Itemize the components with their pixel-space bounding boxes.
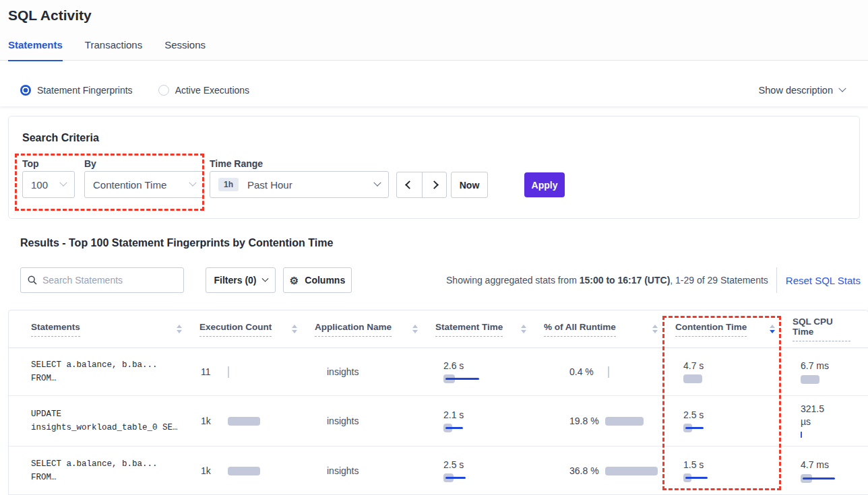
- time-range-badge: 1h: [218, 178, 239, 191]
- table-row[interactable]: SELECT a.balance, b.ba...FROM… 1k insigh…: [9, 447, 868, 495]
- by-select-value: Contention Time: [93, 179, 166, 191]
- column-header-application-name[interactable]: Application Name: [315, 322, 435, 337]
- apply-button[interactable]: Apply: [524, 172, 565, 197]
- column-header-statements[interactable]: Statements: [31, 322, 199, 337]
- search-statements-box[interactable]: [20, 267, 184, 293]
- sql-cpu-time-bar: [801, 430, 868, 440]
- execution-count-cell: 11: [199, 348, 315, 395]
- radio-active-executions[interactable]: Active Executions: [158, 85, 250, 96]
- execution-count-bar: [228, 416, 260, 426]
- gear-icon: ⚙: [290, 275, 299, 286]
- by-label: By: [84, 158, 96, 169]
- sql-cpu-time-cell: 4.7 ms: [793, 447, 868, 495]
- statement-time-cell: 2.6 s: [435, 348, 544, 395]
- showing-stats-group: Showing aggregated stats from 15:00 to 1…: [446, 267, 861, 293]
- chevron-down-icon: [189, 179, 196, 187]
- execution-count-cell: 1k: [199, 396, 315, 446]
- column-header-statement-time[interactable]: Statement Time: [435, 322, 544, 337]
- statement-fingerprint-link[interactable]: UPDATEinsights_workload_table_0 SE…: [31, 396, 199, 446]
- chevron-down-icon: [838, 85, 846, 92]
- radio-selected-icon[interactable]: [20, 85, 31, 96]
- now-button[interactable]: Now: [451, 172, 488, 198]
- application-name-cell: insights: [315, 396, 435, 446]
- runtime-pct-cell: 36.8 %: [544, 447, 675, 495]
- tab-statements[interactable]: Statements: [8, 39, 63, 61]
- execution-count-bar: [228, 466, 260, 475]
- statement-time-bar: [443, 473, 544, 483]
- chevron-down-icon: [59, 179, 67, 187]
- statement-time-cell: 2.1 s: [435, 396, 544, 446]
- statement-time-cell: 2.5 s: [435, 447, 544, 495]
- chevron-right-icon: [430, 180, 439, 189]
- showing-stats-text: Showing aggregated stats from 15:00 to 1…: [446, 275, 768, 286]
- tab-sessions[interactable]: Sessions: [164, 39, 206, 61]
- time-range-arrows: [396, 172, 447, 198]
- sort-icon[interactable]: [521, 325, 526, 333]
- statement-fingerprint-link[interactable]: SELECT a.balance, b.ba...FROM…: [31, 447, 199, 495]
- reset-sql-stats-link[interactable]: Reset SQL Stats: [786, 275, 861, 286]
- contention-time-cell: 2.5 s: [675, 396, 793, 446]
- filters-button[interactable]: Filters (0): [206, 267, 276, 293]
- tab-bar: Statements Transactions Sessions: [8, 39, 206, 61]
- search-icon: [28, 275, 37, 285]
- table-row[interactable]: UPDATEinsights_workload_table_0 SE… 1k i…: [9, 396, 868, 447]
- contention-time-bar: [683, 374, 793, 384]
- time-range-value: Past Hour: [247, 179, 292, 191]
- next-range-button[interactable]: [422, 172, 447, 197]
- contention-time-bar: [683, 473, 793, 483]
- statement-time-bar: [443, 424, 544, 433]
- page-header: SQL Activity Statements Transactions Ses…: [0, 0, 868, 61]
- chevron-down-icon: [261, 275, 268, 282]
- application-name-cell: insights: [315, 447, 435, 495]
- top-label: Top: [22, 158, 39, 169]
- column-header-runtime-pct[interactable]: % of All Runtime: [544, 322, 675, 337]
- contention-time-cell: 4.7 s: [675, 348, 793, 395]
- runtime-pct-bar: [608, 367, 609, 376]
- runtime-pct-cell: 0.4 %: [544, 348, 675, 395]
- runtime-pct-cell: 19.8 %: [544, 396, 675, 446]
- results-heading: Results - Top 100 Statement Fingerprints…: [20, 237, 333, 249]
- top-select[interactable]: 100: [22, 171, 75, 198]
- statement-time-bar: [443, 374, 544, 384]
- execution-count-cell: 1k: [199, 447, 315, 495]
- contention-time-cell: 1.5 s: [675, 447, 793, 495]
- columns-label: Columns: [305, 275, 345, 286]
- application-name-cell: insights: [315, 348, 435, 395]
- statements-table: Statements Execution Count Application N…: [8, 310, 868, 495]
- previous-range-button[interactable]: [397, 172, 422, 197]
- time-range-label: Time Range: [210, 158, 263, 169]
- contention-time-bar: [683, 424, 793, 433]
- runtime-pct-bar: [605, 416, 644, 426]
- sort-icon[interactable]: [652, 325, 658, 333]
- time-range-select[interactable]: 1h Past Hour: [210, 171, 389, 198]
- search-criteria-title: Search Criteria: [22, 132, 99, 144]
- show-description-label: Show description: [759, 85, 833, 96]
- radio-label: Active Executions: [175, 85, 250, 96]
- table-row[interactable]: SELECT a.balance, b.ba...FROM… 11 insigh…: [9, 348, 868, 396]
- tab-transactions[interactable]: Transactions: [85, 39, 142, 61]
- show-description-toggle[interactable]: Show description: [759, 74, 845, 106]
- runtime-pct-bar: [605, 466, 658, 475]
- divider: [776, 267, 777, 293]
- sql-cpu-time-cell: 6.7 ms: [793, 348, 868, 395]
- sql-cpu-time-bar: [801, 473, 868, 483]
- column-header-execution-count[interactable]: Execution Count: [199, 322, 315, 337]
- sort-icon-active-desc[interactable]: [770, 325, 775, 333]
- chevron-left-icon: [405, 180, 414, 189]
- page-title: SQL Activity: [8, 7, 92, 24]
- sort-icon[interactable]: [292, 325, 297, 333]
- sql-cpu-time-bar: [801, 374, 868, 384]
- radio-label: Statement Fingerprints: [37, 85, 133, 96]
- radio-statement-fingerprints[interactable]: Statement Fingerprints: [20, 85, 133, 96]
- by-select[interactable]: Contention Time: [84, 171, 204, 198]
- sort-icon[interactable]: [412, 325, 418, 333]
- column-header-sql-cpu-time[interactable]: SQL CPU Time: [793, 317, 868, 341]
- filters-label: Filters (0): [214, 275, 256, 286]
- radio-unselected-icon[interactable]: [158, 85, 169, 96]
- sort-icon[interactable]: [177, 325, 182, 333]
- column-header-contention-time[interactable]: Contention Time: [675, 322, 793, 337]
- search-statements-input[interactable]: [42, 275, 177, 286]
- columns-button[interactable]: ⚙ Columns: [283, 267, 352, 293]
- statement-fingerprint-link[interactable]: SELECT a.balance, b.ba...FROM…: [31, 348, 199, 395]
- view-toggle-bar: Statement Fingerprints Active Executions…: [0, 74, 868, 106]
